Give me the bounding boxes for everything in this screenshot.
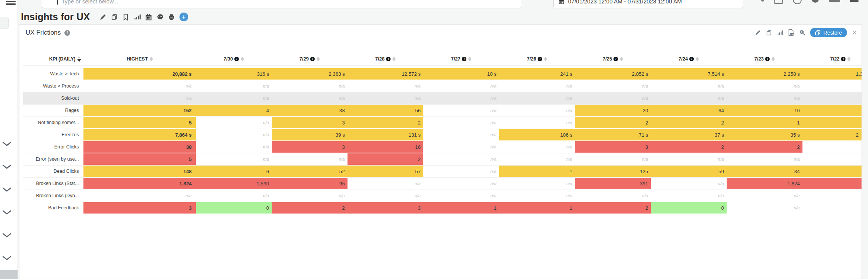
table-row: Bad Feedback30231120n/a [23, 202, 862, 214]
toolbar-icon-clipped[interactable] [774, 0, 783, 4]
toolbar-icon-clipped[interactable] [850, 0, 858, 2]
sidebar-scroll-track[interactable] [0, 270, 18, 279]
date-cell: n/a [348, 178, 423, 189]
row-label[interactable]: Error Clicks [23, 141, 83, 153]
info-icon[interactable]: i [841, 57, 846, 61]
bookmark-icon[interactable] [122, 13, 130, 21]
sort-arrows-icon[interactable] [544, 57, 547, 62]
row-label[interactable]: Error (seen by use... [23, 153, 83, 165]
chevron-down-icon[interactable] [2, 210, 12, 215]
date-cell: 1 [727, 117, 802, 128]
export-csv-icon[interactable]: csv [788, 29, 794, 36]
date-cell [802, 153, 862, 165]
sort-arrows-icon[interactable] [241, 57, 244, 62]
info-icon[interactable]: i [64, 30, 70, 36]
table-row: Dead Clicks14865257n/a11255934 [23, 166, 862, 178]
toolbar-icon-clipped[interactable] [761, 0, 764, 2]
toolbar-icon-clipped[interactable] [812, 0, 819, 3]
chevron-down-icon[interactable] [2, 255, 12, 261]
printer-icon[interactable] [168, 13, 175, 21]
highest-cell: 3 [83, 202, 196, 214]
column-header-date[interactable]: 7/25i [575, 56, 651, 62]
info-icon[interactable]: i [310, 57, 315, 61]
column-header-date[interactable]: 7/28i [348, 56, 423, 62]
row-label[interactable]: Waste > Tech [23, 68, 83, 80]
copy-icon[interactable] [111, 13, 118, 21]
calendar-icon[interactable] [145, 13, 152, 21]
column-header-kpi[interactable]: KPI (DAILY) [23, 56, 83, 62]
date-cell: 1,824 [727, 178, 802, 189]
comment-icon[interactable] [157, 13, 164, 21]
date-cell: 1,590 [196, 178, 272, 189]
info-icon[interactable]: i [613, 57, 618, 61]
highest-cell: 5 [83, 153, 196, 165]
chevron-down-icon[interactable] [2, 141, 12, 147]
row-label[interactable]: Dead Clicks [23, 166, 83, 177]
info-icon[interactable]: i [538, 57, 542, 61]
info-icon[interactable]: i [234, 57, 239, 61]
column-header-date[interactable]: 7/30i [196, 56, 272, 62]
row-label[interactable]: Sold-out [23, 92, 83, 104]
edit-pencil-icon[interactable] [99, 13, 107, 21]
date-cell: 7,514 s [651, 68, 727, 80]
row-label[interactable]: Waste > Process [23, 80, 83, 92]
info-icon[interactable]: i [689, 57, 694, 61]
column-header-date[interactable]: 7/27i [423, 56, 499, 62]
row-label[interactable]: Broken Links (Stat... [23, 178, 83, 189]
restore-button[interactable]: Restore [810, 28, 847, 37]
chevron-down-icon[interactable] [2, 233, 12, 238]
sort-arrows-icon[interactable] [317, 57, 320, 62]
bar-chart-icon[interactable] [134, 13, 141, 21]
close-icon[interactable]: × [852, 29, 857, 36]
info-icon[interactable]: i [386, 57, 391, 61]
row-label[interactable]: Not finding somet... [23, 117, 83, 128]
date-cell: n/a [727, 190, 802, 201]
date-cell: 39 s [272, 129, 348, 140]
row-label[interactable]: Broken Links (Dyn... [23, 190, 83, 201]
column-header-date[interactable]: 7/22i [802, 56, 862, 62]
sort-arrows-icon[interactable] [772, 57, 775, 62]
date-cell: n/a [272, 153, 348, 165]
column-header-date[interactable]: 7/24i [651, 56, 727, 62]
toolbar-icon-clipped[interactable] [829, 0, 840, 2]
bar-chart-icon[interactable] [777, 29, 783, 36]
add-insight-button[interactable]: + [179, 13, 188, 21]
sort-arrows-icon[interactable] [847, 57, 850, 62]
sort-arrows-icon[interactable] [150, 57, 153, 62]
kpi-table: KPI (DAILY)HIGHEST7/30i7/29i7/28i7/27i7/… [23, 53, 862, 214]
sort-arrows-icon[interactable] [696, 57, 699, 62]
date-cell: n/a [575, 190, 651, 201]
sort-arrows-icon[interactable] [392, 57, 396, 62]
info-icon[interactable]: i [462, 57, 466, 61]
search-input[interactable] [61, 0, 516, 5]
column-header-highest[interactable]: HIGHEST [83, 56, 196, 62]
highest-cell: 148 [83, 166, 196, 177]
date-cell: n/a [423, 105, 499, 116]
copy-icon[interactable] [766, 29, 772, 36]
date-cell: n/a [499, 190, 575, 201]
sort-arrows-icon[interactable] [77, 56, 81, 62]
chevron-down-icon[interactable] [2, 164, 12, 169]
column-header-date[interactable]: 7/29i [272, 56, 348, 62]
toolbar-icon-clipped[interactable] [793, 0, 802, 4]
sort-arrows-icon[interactable] [620, 57, 623, 62]
chevron-down-icon[interactable] [2, 187, 12, 192]
date-range-picker[interactable]: 07/01/2023 12:00 AM - 07/31/2023 12:00 A… [553, 0, 743, 8]
date-cell: 2 [802, 129, 862, 140]
date-cell: n/a [651, 190, 727, 201]
row-label[interactable]: Rages [23, 105, 83, 116]
date-cell: 57 [348, 166, 423, 177]
left-sidebar-rail [0, 0, 18, 279]
zoom-in-icon[interactable] [799, 29, 806, 36]
info-icon[interactable]: i [765, 57, 770, 61]
column-header-date[interactable]: 7/26i [499, 56, 575, 62]
row-label[interactable]: Freezes [23, 129, 83, 140]
sort-arrows-icon[interactable] [468, 57, 471, 62]
kpi-search-box[interactable] [42, 0, 521, 8]
page-heading-row: Insights for UX + [21, 11, 188, 22]
column-header-date[interactable]: 7/23i [727, 56, 802, 62]
table-row: Sold-outn/an/an/an/an/an/an/an/an/a [23, 92, 862, 105]
edit-pencil-icon[interactable] [755, 29, 761, 36]
row-label[interactable]: Bad Feedback [23, 202, 83, 214]
date-cell [802, 202, 862, 214]
